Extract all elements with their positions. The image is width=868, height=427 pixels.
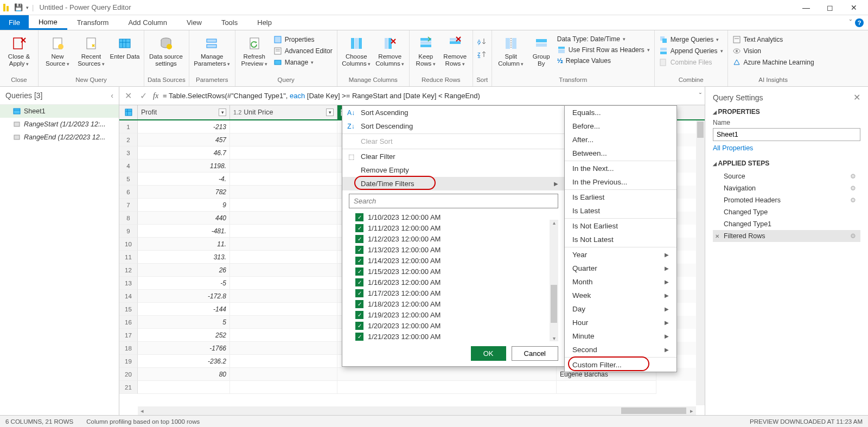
checkbox-icon[interactable]: ✓	[355, 278, 363, 286]
cell-unitprice[interactable]	[230, 277, 337, 290]
cell-unitprice[interactable]	[230, 368, 337, 381]
tab-transform[interactable]: Transform	[67, 15, 119, 30]
filter-date-option[interactable]: ✓1/18/2023 12:00:00 AM	[355, 298, 558, 309]
filter-date-option[interactable]: ✓1/16/2023 12:00:00 AM	[355, 277, 558, 288]
grid-scrollbar-vertical[interactable]: ▴	[696, 120, 705, 405]
menu-datetime-filters[interactable]: Date/Time Filters▶	[342, 177, 565, 190]
cell-profit[interactable]: 457	[138, 133, 230, 146]
cell-unitprice[interactable]	[230, 251, 337, 264]
submenu-item[interactable]: Is Latest	[565, 204, 676, 218]
applied-step[interactable]: Navigation⚙	[713, 182, 860, 194]
menu-sort-ascending[interactable]: A↓Sort Ascending	[342, 106, 565, 119]
btn-enter-data[interactable]: Enter Data	[109, 33, 141, 60]
cell-profit[interactable]: 11.	[138, 238, 230, 251]
cell-unitprice[interactable]	[230, 329, 337, 342]
submenu-item[interactable]: Between...	[565, 146, 676, 160]
cell-profit[interactable]: 440	[138, 212, 230, 225]
submenu-item[interactable]: Quarter▶	[565, 262, 676, 275]
filter-date-option[interactable]: ✓1/11/2023 12:00:00 AM	[355, 222, 558, 233]
btn-manage-parameters[interactable]: Manage Parameters	[193, 33, 232, 67]
submenu-item[interactable]: Month▶	[565, 275, 676, 289]
submenu-item[interactable]: Hour▶	[565, 316, 676, 329]
checkbox-icon[interactable]: ✓	[355, 300, 363, 308]
tab-addcolumn[interactable]: Add Column	[118, 15, 177, 30]
step-gear-icon[interactable]: ⚙	[850, 173, 856, 180]
filter-search[interactable]	[349, 194, 558, 208]
formula-cancel-icon[interactable]: ✕	[123, 91, 133, 101]
settings-close-icon[interactable]: ✕	[853, 92, 860, 103]
col-dropdown-icon[interactable]: ▾	[219, 109, 226, 116]
submenu-item[interactable]: After...	[565, 133, 676, 146]
btn-close-apply[interactable]: Close & Apply	[3, 33, 35, 67]
cell-unitprice[interactable]	[230, 303, 337, 316]
query-item[interactable]: RangeEnd (1/22/2023 12...	[0, 131, 119, 144]
tab-help[interactable]: Help	[247, 15, 282, 30]
btn-remove-columns[interactable]: Remove Columns	[374, 33, 406, 67]
cell-profit[interactable]: 313.	[138, 251, 230, 264]
btn-replace-values[interactable]: ¹⁄₂Replace Values	[556, 56, 651, 65]
cell-profit[interactable]: -144	[138, 303, 230, 316]
cell-profit[interactable]: 9	[138, 199, 230, 212]
cell-profit[interactable]: -213	[138, 120, 230, 133]
btn-group-by[interactable]: Group By	[529, 33, 554, 67]
step-gear-icon[interactable]: ⚙	[850, 232, 856, 240]
btn-datatype[interactable]: Data Type: Date/Time	[556, 35, 651, 43]
submenu-item[interactable]: Is Earliest	[565, 190, 676, 204]
qat-dropdown[interactable]: ▾	[26, 5, 29, 10]
filter-list-scrollbar[interactable]: ▴▾	[550, 220, 558, 341]
formula-text[interactable]: = Table.SelectRows(#"Changed Type1", eac…	[163, 92, 695, 100]
checkbox-icon[interactable]: ✓	[355, 246, 363, 254]
cell-profit[interactable]: 26	[138, 264, 230, 277]
btn-first-row-headers[interactable]: Use First Row as Headers	[556, 45, 651, 55]
filter-date-option[interactable]: ✓1/13/2023 12:00:00 AM	[355, 244, 558, 255]
btn-merge-queries[interactable]: Merge Queries	[658, 35, 724, 44]
btn-keep-rows[interactable]: Keep Rows	[413, 33, 439, 67]
submenu-item[interactable]: In the Previous...	[565, 175, 676, 189]
applied-step[interactable]: Filtered Rows⚙	[713, 230, 860, 242]
cell-unitprice[interactable]	[230, 186, 337, 199]
submenu-item[interactable]: Before...	[565, 119, 676, 133]
btn-recent-sources[interactable]: Recent Sources	[75, 33, 107, 67]
collapse-queries-icon[interactable]: ‹	[111, 91, 113, 100]
step-gear-icon[interactable]: ⚙	[850, 184, 856, 192]
btn-append-queries[interactable]: Append Queries	[658, 46, 724, 56]
cell-unitprice[interactable]	[230, 238, 337, 251]
col-header-unitprice[interactable]: 1.2Unit Price▾	[230, 105, 337, 119]
cell-unitprice[interactable]	[230, 120, 337, 133]
checkbox-icon[interactable]: ✓	[355, 322, 363, 330]
submenu-item[interactable]: Year▶	[565, 248, 676, 262]
checkbox-icon[interactable]: ✓	[355, 267, 363, 276]
btn-choose-columns[interactable]: Choose Columns	[341, 33, 372, 67]
cell-unitprice[interactable]	[230, 316, 337, 329]
grid-scrollbar-horizontal[interactable]: ◂▸	[138, 406, 696, 415]
save-icon[interactable]: 💾	[14, 3, 23, 11]
cell-datekey[interactable]	[337, 381, 557, 394]
cell-unitprice[interactable]	[230, 264, 337, 277]
filter-date-option[interactable]: ✓1/19/2023 12:00:00 AM	[355, 309, 558, 320]
checkbox-icon[interactable]: ✓	[355, 224, 363, 232]
menu-clear-filter[interactable]: ⬚Clear Filter	[342, 150, 565, 163]
btn-manage[interactable]: Manage	[272, 58, 334, 67]
menu-sort-descending[interactable]: Z↓Sort Descending	[342, 119, 565, 133]
checkbox-icon[interactable]: ✓	[355, 257, 363, 265]
filter-date-option[interactable]: ✓1/12/2023 12:00:00 AM	[355, 233, 558, 244]
cell-profit[interactable]: -172.8	[138, 290, 230, 303]
formula-commit-icon[interactable]: ✓	[138, 91, 149, 101]
cell-profit[interactable]: -4.	[138, 173, 230, 186]
cell-profit[interactable]: 5	[138, 316, 230, 329]
collapse-ribbon-icon[interactable]: ˇ	[850, 18, 852, 27]
table-row[interactable]: 21	[119, 381, 705, 394]
query-item[interactable]: RangeStart (1/1/2023 12:...	[0, 118, 119, 131]
cell-datekey[interactable]	[337, 368, 557, 381]
btn-sort-asc[interactable]: AZ	[476, 37, 488, 46]
cell-unitprice[interactable]	[230, 225, 337, 238]
applied-step[interactable]: Promoted Headers⚙	[713, 194, 860, 206]
table-icon[interactable]	[119, 105, 138, 119]
minimize-button[interactable]: —	[794, 0, 818, 15]
cell-profit[interactable]: 46.7	[138, 146, 230, 160]
cell-unitprice[interactable]	[230, 381, 337, 394]
btn-vision[interactable]: Vision	[731, 46, 815, 56]
btn-advanced-editor[interactable]: Advanced Editor	[272, 46, 334, 56]
cell-unitprice[interactable]	[230, 146, 337, 160]
submenu-item[interactable]: Week▶	[565, 289, 676, 302]
